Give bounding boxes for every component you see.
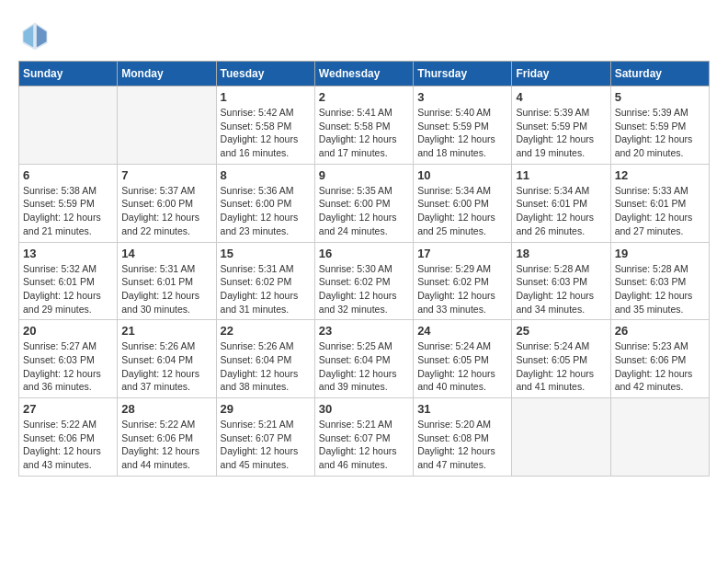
day-number: 15 — [221, 247, 311, 260]
calendar-cell: 13Sunrise: 5:32 AMSunset: 6:01 PMDayligh… — [19, 242, 118, 320]
calendar-cell: 5Sunrise: 5:39 AMSunset: 5:59 PMDaylight… — [610, 86, 709, 165]
day-number: 25 — [516, 324, 606, 338]
day-number: 22 — [221, 324, 311, 338]
calendar-cell — [512, 398, 610, 477]
calendar-cell: 1Sunrise: 5:42 AMSunset: 5:58 PMDaylight… — [216, 86, 314, 165]
day-info: Sunrise: 5:22 AMSunset: 6:06 PMDaylight:… — [121, 418, 211, 472]
calendar-cell: 3Sunrise: 5:40 AMSunset: 5:59 PMDaylight… — [414, 86, 512, 165]
calendar-cell — [118, 86, 216, 165]
calendar-cell: 11Sunrise: 5:34 AMSunset: 6:01 PMDayligh… — [512, 164, 610, 242]
calendar-cell: 29Sunrise: 5:21 AMSunset: 6:07 PMDayligh… — [216, 398, 314, 477]
day-info: Sunrise: 5:35 AMSunset: 6:00 PMDaylight:… — [319, 184, 409, 238]
page-header — [18, 18, 710, 52]
day-info: Sunrise: 5:21 AMSunset: 6:07 PMDaylight:… — [221, 418, 311, 472]
day-info: Sunrise: 5:24 AMSunset: 6:05 PMDaylight:… — [417, 339, 507, 394]
day-number: 4 — [516, 90, 606, 104]
calendar-cell: 16Sunrise: 5:30 AMSunset: 6:02 PMDayligh… — [314, 242, 413, 320]
day-number: 8 — [221, 168, 311, 182]
calendar-week-1: 1Sunrise: 5:42 AMSunset: 5:58 PMDaylight… — [19, 86, 710, 165]
day-info: Sunrise: 5:28 AMSunset: 6:03 PMDaylight:… — [615, 262, 705, 316]
day-info: Sunrise: 5:25 AMSunset: 6:04 PMDaylight:… — [319, 339, 409, 394]
day-number: 31 — [417, 402, 507, 416]
calendar-cell: 10Sunrise: 5:34 AMSunset: 6:00 PMDayligh… — [414, 164, 512, 242]
weekday-header-wednesday: Wednesday — [314, 62, 413, 86]
day-number: 9 — [319, 168, 409, 182]
day-info: Sunrise: 5:28 AMSunset: 6:03 PMDaylight:… — [516, 262, 606, 316]
day-number: 5 — [615, 90, 705, 104]
day-number: 7 — [121, 168, 211, 182]
day-number: 30 — [319, 402, 409, 416]
day-number: 1 — [221, 90, 311, 104]
day-number: 12 — [615, 168, 705, 182]
day-info: Sunrise: 5:24 AMSunset: 6:05 PMDaylight:… — [516, 339, 606, 394]
day-number: 2 — [319, 90, 409, 104]
day-number: 29 — [221, 402, 311, 416]
day-info: Sunrise: 5:26 AMSunset: 6:04 PMDaylight:… — [121, 339, 211, 394]
calendar-cell: 26Sunrise: 5:23 AMSunset: 6:06 PMDayligh… — [610, 320, 709, 398]
calendar-cell: 31Sunrise: 5:20 AMSunset: 6:08 PMDayligh… — [414, 398, 512, 477]
calendar-cell: 14Sunrise: 5:31 AMSunset: 6:01 PMDayligh… — [118, 242, 216, 320]
day-info: Sunrise: 5:22 AMSunset: 6:06 PMDaylight:… — [23, 418, 113, 472]
calendar-cell: 8Sunrise: 5:36 AMSunset: 6:00 PMDaylight… — [216, 164, 314, 242]
day-info: Sunrise: 5:29 AMSunset: 6:02 PMDaylight:… — [417, 262, 507, 316]
calendar-cell: 15Sunrise: 5:31 AMSunset: 6:02 PMDayligh… — [216, 242, 314, 320]
day-info: Sunrise: 5:21 AMSunset: 6:07 PMDaylight:… — [319, 418, 409, 472]
logo — [18, 18, 55, 52]
day-info: Sunrise: 5:37 AMSunset: 6:00 PMDaylight:… — [121, 184, 211, 238]
day-info: Sunrise: 5:36 AMSunset: 6:00 PMDaylight:… — [221, 184, 311, 238]
day-info: Sunrise: 5:39 AMSunset: 5:59 PMDaylight:… — [516, 106, 606, 160]
calendar-cell — [610, 398, 709, 477]
day-info: Sunrise: 5:20 AMSunset: 6:08 PMDaylight:… — [417, 418, 507, 472]
weekday-header-sunday: Sunday — [19, 62, 118, 86]
day-number: 11 — [516, 168, 606, 182]
calendar-cell: 23Sunrise: 5:25 AMSunset: 6:04 PMDayligh… — [314, 320, 413, 398]
day-number: 20 — [23, 324, 113, 338]
logo-icon — [18, 18, 51, 52]
calendar-cell: 25Sunrise: 5:24 AMSunset: 6:05 PMDayligh… — [512, 320, 610, 398]
calendar-cell: 24Sunrise: 5:24 AMSunset: 6:05 PMDayligh… — [414, 320, 512, 398]
day-number: 27 — [23, 402, 113, 416]
day-number: 24 — [417, 324, 507, 338]
weekday-header-row: SundayMondayTuesdayWednesdayThursdayFrid… — [19, 62, 710, 86]
day-info: Sunrise: 5:38 AMSunset: 5:59 PMDaylight:… — [23, 184, 113, 238]
day-info: Sunrise: 5:42 AMSunset: 5:58 PMDaylight:… — [221, 106, 311, 160]
calendar-table: SundayMondayTuesdayWednesdayThursdayFrid… — [18, 61, 710, 477]
day-number: 17 — [417, 247, 507, 260]
calendar-cell: 27Sunrise: 5:22 AMSunset: 6:06 PMDayligh… — [19, 398, 118, 477]
calendar-cell: 12Sunrise: 5:33 AMSunset: 6:01 PMDayligh… — [610, 164, 709, 242]
day-info: Sunrise: 5:31 AMSunset: 6:01 PMDaylight:… — [121, 262, 211, 316]
calendar-cell: 20Sunrise: 5:27 AMSunset: 6:03 PMDayligh… — [19, 320, 118, 398]
day-info: Sunrise: 5:41 AMSunset: 5:58 PMDaylight:… — [319, 106, 409, 160]
calendar-week-3: 13Sunrise: 5:32 AMSunset: 6:01 PMDayligh… — [19, 242, 710, 320]
day-number: 3 — [417, 90, 507, 104]
calendar-cell: 21Sunrise: 5:26 AMSunset: 6:04 PMDayligh… — [118, 320, 216, 398]
calendar-cell: 28Sunrise: 5:22 AMSunset: 6:06 PMDayligh… — [118, 398, 216, 477]
day-info: Sunrise: 5:27 AMSunset: 6:03 PMDaylight:… — [23, 339, 113, 394]
day-number: 28 — [121, 402, 211, 416]
calendar-cell: 18Sunrise: 5:28 AMSunset: 6:03 PMDayligh… — [512, 242, 610, 320]
day-number: 16 — [319, 247, 409, 260]
day-number: 26 — [615, 324, 705, 338]
day-info: Sunrise: 5:34 AMSunset: 6:00 PMDaylight:… — [417, 184, 507, 238]
calendar-cell: 6Sunrise: 5:38 AMSunset: 5:59 PMDaylight… — [19, 164, 118, 242]
day-number: 21 — [121, 324, 211, 338]
day-info: Sunrise: 5:32 AMSunset: 6:01 PMDaylight:… — [23, 262, 113, 316]
day-number: 6 — [23, 168, 113, 182]
day-info: Sunrise: 5:31 AMSunset: 6:02 PMDaylight:… — [221, 262, 311, 316]
calendar-cell: 19Sunrise: 5:28 AMSunset: 6:03 PMDayligh… — [610, 242, 709, 320]
day-info: Sunrise: 5:39 AMSunset: 5:59 PMDaylight:… — [615, 106, 705, 160]
calendar-week-5: 27Sunrise: 5:22 AMSunset: 6:06 PMDayligh… — [19, 398, 710, 477]
calendar-cell: 22Sunrise: 5:26 AMSunset: 6:04 PMDayligh… — [216, 320, 314, 398]
calendar-cell: 7Sunrise: 5:37 AMSunset: 6:00 PMDaylight… — [118, 164, 216, 242]
day-number: 10 — [417, 168, 507, 182]
day-info: Sunrise: 5:30 AMSunset: 6:02 PMDaylight:… — [319, 262, 409, 316]
weekday-header-saturday: Saturday — [610, 62, 709, 86]
calendar-cell: 2Sunrise: 5:41 AMSunset: 5:58 PMDaylight… — [314, 86, 413, 165]
day-number: 23 — [319, 324, 409, 338]
weekday-header-friday: Friday — [512, 62, 610, 86]
weekday-header-monday: Monday — [118, 62, 216, 86]
calendar-week-2: 6Sunrise: 5:38 AMSunset: 5:59 PMDaylight… — [19, 164, 710, 242]
day-info: Sunrise: 5:26 AMSunset: 6:04 PMDaylight:… — [221, 339, 311, 394]
calendar-cell: 30Sunrise: 5:21 AMSunset: 6:07 PMDayligh… — [314, 398, 413, 477]
calendar-cell: 4Sunrise: 5:39 AMSunset: 5:59 PMDaylight… — [512, 86, 610, 165]
